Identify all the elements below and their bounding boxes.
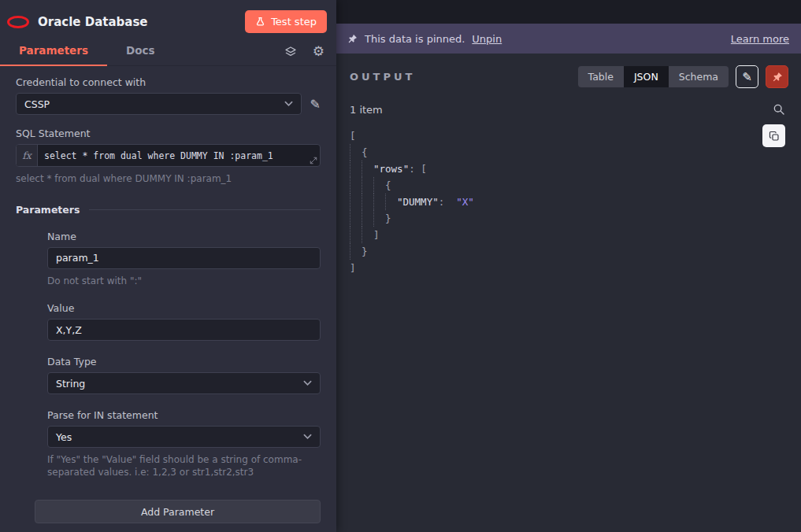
- chevron-down-icon: [303, 434, 312, 440]
- json-line: ]: [350, 260, 788, 276]
- json-key: "DUMMY": [397, 196, 439, 208]
- copy-icon: [769, 131, 780, 142]
- json-tree: [{"rows": [{"DUMMY": "X"}]}]: [350, 127, 788, 276]
- credential-label: Credential to connect with: [16, 76, 321, 88]
- json-punctuation: ]: [373, 229, 380, 241]
- param-datatype-label: Data Type: [47, 356, 321, 368]
- indent-guide: [373, 210, 385, 227]
- edit-output-button[interactable]: ✎: [736, 65, 758, 88]
- credential-value: CSSP: [24, 98, 50, 110]
- items-count: 1 item: [350, 104, 383, 116]
- output-title: OUTPUT: [350, 71, 415, 83]
- test-step-button[interactable]: Test step: [245, 10, 327, 33]
- expand-editor-icon[interactable]: [310, 157, 317, 164]
- pinned-data-banner: This data is pinned. Unpin Learn more: [336, 24, 801, 54]
- node-parameters-form: Credential to connect with CSSP ✎ SQL St…: [0, 66, 336, 532]
- pencil-icon: ✎: [742, 70, 752, 84]
- oracle-logo-icon: [7, 16, 29, 28]
- indent-guide: [350, 194, 362, 210]
- param-parse-hint: If "Yes" the "Value" field should be a s…: [47, 454, 321, 478]
- indent-guide: [373, 177, 385, 194]
- section-divider: [89, 209, 321, 210]
- parameters-section-title: Parameters: [16, 204, 321, 216]
- view-tab-json[interactable]: JSON: [624, 66, 669, 87]
- param-value-label: Value: [47, 302, 321, 314]
- pin-icon: [347, 34, 358, 44]
- view-tab-table[interactable]: Table: [578, 66, 624, 87]
- json-key: "rows": [373, 163, 409, 175]
- param-datatype-value: String: [56, 378, 85, 390]
- pin-data-button[interactable]: [766, 65, 788, 88]
- json-punctuation: [: [350, 130, 356, 142]
- json-punctuation: }: [385, 212, 391, 224]
- test-step-label: Test step: [271, 16, 317, 28]
- json-separator: :: [439, 196, 457, 208]
- json-line: }: [350, 210, 788, 227]
- layers-icon[interactable]: [284, 46, 297, 58]
- output-view-switcher: Table JSON Schema: [578, 66, 729, 87]
- pin-icon: [772, 72, 783, 83]
- json-punctuation: [: [421, 163, 427, 175]
- output-header: OUTPUT Table JSON Schema ✎: [350, 65, 788, 88]
- param-datatype-select[interactable]: String: [47, 372, 321, 394]
- param-parse-label: Parse for IN statement: [47, 409, 321, 421]
- json-line: {: [350, 177, 788, 194]
- tab-bar-icons: ⚙: [273, 45, 336, 65]
- unpin-link[interactable]: Unpin: [472, 33, 502, 45]
- node-tab-bar: Parameters Docs ⚙: [0, 40, 336, 66]
- chevron-down-icon: [303, 380, 312, 386]
- json-output-view: [{"rows": [{"DUMMY": "X"}]}]: [350, 127, 788, 276]
- indent-guide: [385, 194, 397, 210]
- node-header: Oracle Database Test step: [0, 0, 336, 40]
- chevron-down-icon: [284, 101, 293, 107]
- indent-guide: [350, 177, 362, 194]
- param-value-input[interactable]: [47, 319, 321, 341]
- output-items-row: 1 item: [350, 103, 788, 116]
- json-punctuation: }: [362, 246, 368, 257]
- gear-icon[interactable]: ⚙: [313, 45, 324, 58]
- json-separator: :: [409, 163, 421, 175]
- node-settings-panel: Oracle Database Test step Parameters Doc…: [0, 0, 336, 532]
- json-value: "X": [456, 196, 474, 208]
- app-root: Oracle Database Test step Parameters Doc…: [0, 0, 801, 532]
- expression-fx-icon: fx: [17, 145, 38, 166]
- param-parse-select[interactable]: Yes: [47, 426, 321, 448]
- json-line: ]: [350, 227, 788, 243]
- learn-more-link[interactable]: Learn more: [731, 33, 789, 45]
- indent-guide: [373, 194, 385, 210]
- param-name-input[interactable]: [47, 247, 321, 269]
- search-icon[interactable]: [773, 103, 785, 116]
- json-line: "rows": [: [350, 161, 788, 177]
- json-punctuation: ]: [350, 262, 356, 274]
- indent-guide: [362, 210, 373, 227]
- indent-guide: [350, 210, 362, 227]
- param-name-hint: Do not start with ":": [47, 275, 321, 288]
- output-panel: This data is pinned. Unpin Learn more OU…: [336, 0, 801, 532]
- indent-guide: [350, 243, 362, 260]
- add-parameter-button[interactable]: Add Parameter: [35, 500, 321, 523]
- parameters-section-label: Parameters: [16, 204, 80, 216]
- sql-statement-preview: select * from dual where DUMMY IN :param…: [16, 173, 321, 186]
- param-parse-value: Yes: [56, 431, 72, 443]
- indent-guide: [362, 194, 373, 210]
- sql-statement-input[interactable]: fx select * from dual where DUMMY IN :pa…: [16, 144, 321, 167]
- json-punctuation: {: [385, 179, 391, 191]
- sql-statement-label: SQL Statement: [16, 127, 321, 139]
- credential-select[interactable]: CSSP: [16, 93, 302, 115]
- json-punctuation: {: [362, 146, 368, 158]
- indent-guide: [350, 161, 362, 177]
- output-body: OUTPUT Table JSON Schema ✎: [336, 54, 801, 532]
- indent-guide: [350, 227, 362, 243]
- edit-credential-icon[interactable]: ✎: [310, 97, 321, 112]
- copy-output-button[interactable]: [762, 124, 785, 147]
- tab-docs[interactable]: Docs: [107, 44, 174, 65]
- json-line: {: [350, 144, 788, 161]
- credential-row: CSSP ✎: [16, 93, 321, 115]
- tab-parameters[interactable]: Parameters: [0, 44, 107, 65]
- node-title: Oracle Database: [38, 15, 236, 29]
- view-tab-schema[interactable]: Schema: [669, 66, 729, 87]
- param-name-label: Name: [47, 231, 321, 242]
- indent-guide: [362, 161, 373, 177]
- canvas-strip: [336, 0, 801, 24]
- indent-guide: [362, 177, 373, 194]
